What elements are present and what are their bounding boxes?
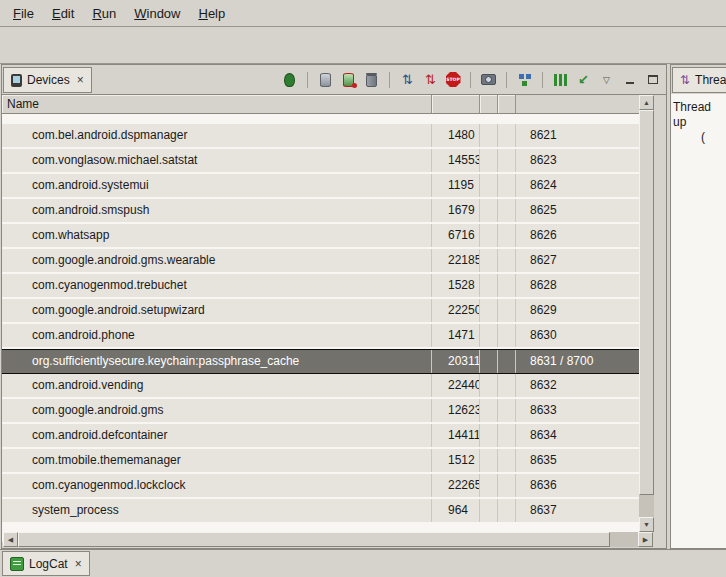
empty-cell bbox=[480, 424, 498, 447]
process-port-cell: 8632 bbox=[516, 374, 639, 397]
tab-logcat-close-icon[interactable]: × bbox=[75, 557, 82, 571]
update-heap-icon[interactable] bbox=[317, 71, 334, 88]
devices-tabbar: Devices × bbox=[2, 65, 666, 95]
tab-threads[interactable]: Threads bbox=[672, 67, 726, 93]
table-row[interactable]: com.whatsapp67168626 bbox=[2, 224, 639, 249]
process-name-cell: com.cyanogenmod.lockclock bbox=[2, 474, 432, 497]
table-row[interactable]: org.sufficientlysecure.keychain:passphra… bbox=[2, 349, 639, 374]
tab-devices-label: Devices bbox=[27, 73, 70, 87]
table-row[interactable]: com.google.android.gms.wearable221858627 bbox=[2, 249, 639, 274]
empty-cell bbox=[498, 199, 516, 222]
scroll-left-icon[interactable]: ◀ bbox=[3, 532, 18, 547]
tab-devices-close-icon[interactable]: × bbox=[77, 73, 84, 87]
process-name-cell: com.tmobile.thememanager bbox=[2, 449, 432, 472]
vertical-scrollbar-thumb[interactable] bbox=[639, 110, 654, 495]
menubar: File Edit Run Window Help bbox=[0, 0, 726, 27]
process-pid-cell: 14553 bbox=[432, 149, 480, 172]
empty-cell bbox=[498, 399, 516, 422]
process-pid-cell: 22185 bbox=[432, 249, 480, 272]
process-pid-cell: 20311 bbox=[432, 350, 480, 373]
device-table-header: Name bbox=[2, 95, 639, 114]
menu-help[interactable]: Help bbox=[189, 2, 234, 25]
process-port-cell: 8626 bbox=[516, 224, 639, 247]
menu-file[interactable]: File bbox=[4, 2, 43, 25]
devices-toolbar bbox=[281, 67, 661, 92]
table-row[interactable]: com.cyanogenmod.lockclock222658636 bbox=[2, 474, 639, 499]
column-header-name[interactable]: Name bbox=[2, 95, 432, 113]
screen-capture-icon[interactable] bbox=[480, 71, 497, 88]
table-row[interactable]: com.android.systemui11958624 bbox=[2, 174, 639, 199]
table-row[interactable]: com.google.android.setupwizard222508629 bbox=[2, 299, 639, 324]
process-name-cell: com.whatsapp bbox=[2, 224, 432, 247]
empty-cell bbox=[480, 324, 498, 347]
tab-devices[interactable]: Devices × bbox=[3, 67, 92, 93]
empty-cell bbox=[498, 449, 516, 472]
main-area: Devices × Name com.bel.android.dspmanage… bbox=[0, 64, 726, 549]
process-port-cell: 8634 bbox=[516, 424, 639, 447]
table-row[interactable]: com.tmobile.thememanager15128635 bbox=[2, 449, 639, 474]
logcat-bar: LogCat × bbox=[0, 549, 726, 577]
column-header-b[interactable] bbox=[498, 95, 516, 113]
process-pid-cell: 22250 bbox=[432, 299, 480, 322]
table-row[interactable]: system_process9648637 bbox=[2, 499, 639, 524]
scroll-up-icon[interactable]: ▲ bbox=[639, 95, 654, 110]
process-port-cell: 8633 bbox=[516, 399, 639, 422]
empty-cell bbox=[480, 499, 498, 522]
threads-message: Thread up ( bbox=[671, 94, 726, 548]
process-name-cell: com.android.smspush bbox=[2, 199, 432, 222]
vertical-scrollbar[interactable]: ▲ ▼ bbox=[639, 95, 654, 532]
menu-window[interactable]: Window bbox=[125, 2, 189, 25]
table-row[interactable]: com.android.phone14718630 bbox=[2, 324, 639, 349]
ddms-window: File Edit Run Window Help Devices × Name bbox=[0, 0, 726, 577]
empty-cell bbox=[498, 224, 516, 247]
table-row[interactable]: com.bel.android.dspmanager14808621 bbox=[2, 124, 639, 149]
cause-gc-icon[interactable] bbox=[363, 71, 380, 88]
empty-cell bbox=[480, 299, 498, 322]
column-chart-icon[interactable] bbox=[552, 71, 569, 88]
dump-hprof-icon[interactable] bbox=[340, 71, 357, 88]
process-port-cell: 8623 bbox=[516, 149, 639, 172]
diagonal-arrow-icon[interactable] bbox=[575, 71, 592, 88]
view-hierarchy-icon[interactable] bbox=[516, 71, 533, 88]
toolbar-separator bbox=[307, 72, 308, 88]
column-header-a[interactable] bbox=[480, 95, 498, 113]
stop-process-icon[interactable] bbox=[445, 71, 461, 88]
toolbar-separator bbox=[506, 72, 507, 88]
table-row[interactable]: com.google.android.gms126238633 bbox=[2, 399, 639, 424]
empty-cell bbox=[480, 274, 498, 297]
maximize-icon[interactable] bbox=[644, 71, 661, 88]
process-port-cell: 8635 bbox=[516, 449, 639, 472]
toolbar-separator bbox=[542, 72, 543, 88]
menu-run[interactable]: Run bbox=[83, 2, 125, 25]
process-name-cell: com.android.defcontainer bbox=[2, 424, 432, 447]
empty-cell bbox=[498, 499, 516, 522]
scroll-right-icon[interactable]: ▶ bbox=[638, 532, 653, 547]
horizontal-scrollbar[interactable]: ◀ ▶ bbox=[3, 532, 653, 547]
process-pid-cell: 1195 bbox=[432, 174, 480, 197]
scroll-down-icon[interactable]: ▼ bbox=[639, 517, 654, 532]
method-profiling-icon[interactable] bbox=[422, 71, 439, 88]
horizontal-scrollbar-thumb[interactable] bbox=[18, 532, 610, 547]
column-header-pid[interactable] bbox=[432, 95, 480, 113]
process-port-cell: 8629 bbox=[516, 299, 639, 322]
table-row[interactable]: com.android.smspush16798625 bbox=[2, 199, 639, 224]
empty-cell bbox=[480, 399, 498, 422]
update-threads-icon[interactable] bbox=[399, 71, 416, 88]
view-menu-icon[interactable] bbox=[598, 71, 615, 88]
threads-message-line2: ( bbox=[673, 130, 726, 145]
minimize-icon[interactable] bbox=[621, 71, 638, 88]
process-port-cell: 8625 bbox=[516, 199, 639, 222]
menu-edit[interactable]: Edit bbox=[43, 2, 83, 25]
column-header-port[interactable] bbox=[516, 95, 639, 113]
tab-logcat[interactable]: LogCat × bbox=[2, 551, 90, 576]
threads-tabbar: Threads bbox=[671, 65, 726, 95]
debug-process-icon[interactable] bbox=[281, 71, 298, 88]
device-table-body: com.bel.android.dspmanager14808621 com.v… bbox=[2, 114, 639, 542]
table-row[interactable]: com.cyanogenmod.trebuchet15288628 bbox=[2, 274, 639, 299]
table-row[interactable]: com.android.defcontainer144118634 bbox=[2, 424, 639, 449]
process-name-cell: com.google.android.setupwizard bbox=[2, 299, 432, 322]
table-row[interactable]: com.vonglasow.michael.satstat145538623 bbox=[2, 149, 639, 174]
table-row[interactable]: com.android.vending224408632 bbox=[2, 374, 639, 399]
process-name-cell: com.android.phone bbox=[2, 324, 432, 347]
process-pid-cell: 14411 bbox=[432, 424, 480, 447]
